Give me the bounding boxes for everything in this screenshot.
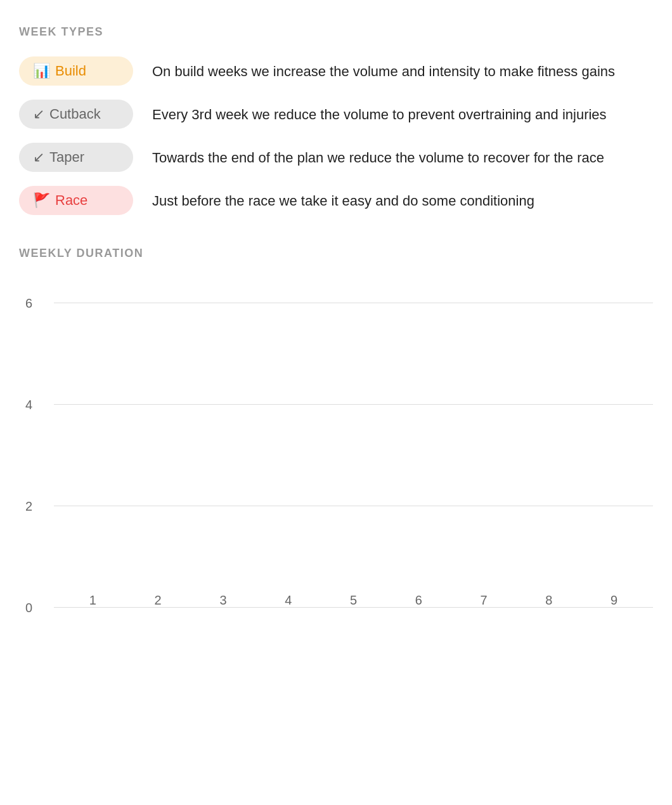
week-type-badge-race: 🚩 Race bbox=[19, 186, 133, 215]
build-description: On build weeks we increase the volume an… bbox=[152, 56, 615, 82]
bar-label-week-8: 8 bbox=[545, 593, 552, 608]
bar-label-week-3: 3 bbox=[219, 593, 226, 608]
week-types-list: 📊 Build On build weeks we increase the v… bbox=[19, 56, 653, 215]
cutback-description: Every 3rd week we reduce the volume to p… bbox=[152, 100, 607, 125]
bar-group-week-3: 3 bbox=[191, 588, 256, 608]
taper-description: Towards the end of the plan we reduce th… bbox=[152, 143, 604, 168]
taper-label: Taper bbox=[49, 149, 84, 166]
bar-label-week-4: 4 bbox=[285, 593, 292, 608]
bar-label-week-6: 6 bbox=[415, 593, 422, 608]
week-type-badge-cutback: ↙ Cutback bbox=[19, 100, 133, 129]
bar-group-week-8: 8 bbox=[516, 588, 581, 608]
y-label-0: 0 bbox=[25, 601, 32, 615]
bar-group-week-7: 7 bbox=[451, 588, 517, 608]
week-type-row-cutback: ↙ Cutback Every 3rd week we reduce the v… bbox=[19, 100, 653, 129]
chart-title: WEEKLY DURATION bbox=[19, 247, 653, 260]
y-label-6: 6 bbox=[25, 296, 32, 311]
bar-group-week-4: 4 bbox=[255, 588, 321, 608]
cutback-label: Cutback bbox=[49, 106, 101, 122]
week-type-row-build: 📊 Build On build weeks we increase the v… bbox=[19, 56, 653, 86]
y-label-4: 4 bbox=[25, 398, 32, 412]
chart-container: 0246 123456789 bbox=[19, 278, 653, 633]
bars-row: 123456789 bbox=[54, 278, 653, 608]
bar-label-week-7: 7 bbox=[481, 593, 488, 608]
taper-icon: ↙ bbox=[33, 149, 44, 166]
cutback-icon: ↙ bbox=[33, 106, 44, 122]
bar-label-week-1: 1 bbox=[89, 593, 96, 608]
week-type-badge-taper: ↙ Taper bbox=[19, 143, 133, 172]
race-icon: 🚩 bbox=[33, 192, 50, 209]
bar-group-week-1: 1 bbox=[60, 588, 126, 608]
chart-area: 0246 123456789 bbox=[54, 278, 653, 633]
bar-group-week-6: 6 bbox=[386, 588, 451, 608]
week-type-badge-build: 📊 Build bbox=[19, 56, 133, 86]
build-icon: 📊 bbox=[33, 63, 50, 79]
bar-label-week-2: 2 bbox=[155, 593, 162, 608]
build-label: Build bbox=[55, 63, 86, 79]
week-types-section: WEEK TYPES 📊 Build On build weeks we inc… bbox=[19, 25, 653, 215]
week-types-title: WEEK TYPES bbox=[19, 25, 653, 39]
race-description: Just before the race we take it easy and… bbox=[152, 186, 534, 211]
bar-group-week-2: 2 bbox=[126, 588, 191, 608]
chart-section: WEEKLY DURATION 0246 123456789 bbox=[19, 247, 653, 633]
bar-label-week-9: 9 bbox=[611, 593, 617, 608]
y-label-2: 2 bbox=[25, 499, 32, 514]
race-label: Race bbox=[55, 192, 87, 209]
bar-label-week-5: 5 bbox=[350, 593, 357, 608]
bar-group-week-9: 9 bbox=[581, 588, 647, 608]
week-type-row-race: 🚩 Race Just before the race we take it e… bbox=[19, 186, 653, 215]
bar-group-week-5: 5 bbox=[321, 588, 386, 608]
week-type-row-taper: ↙ Taper Towards the end of the plan we r… bbox=[19, 143, 653, 172]
